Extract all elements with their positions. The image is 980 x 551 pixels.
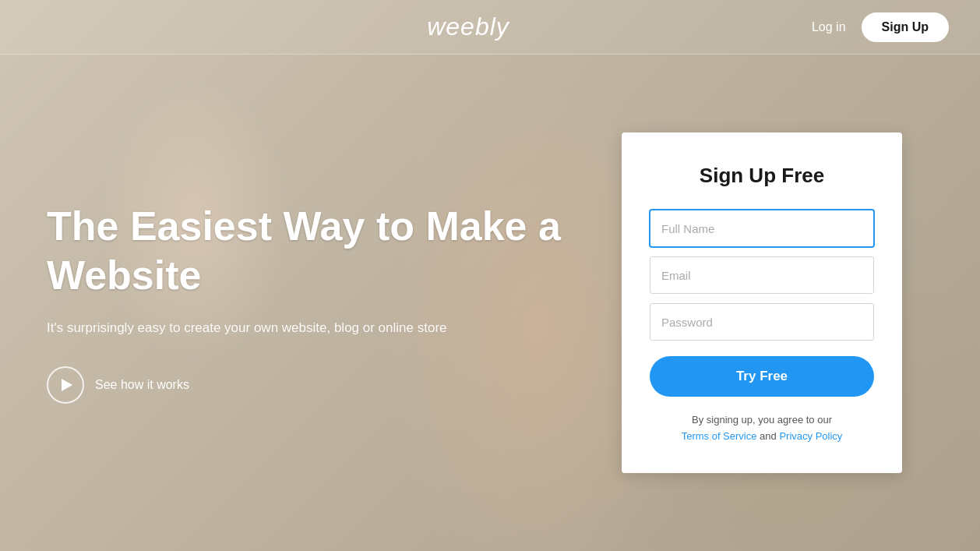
play-icon [47, 366, 84, 404]
hero-text-section: The Easiest Way to Make a Website It's s… [47, 202, 622, 403]
navbar: weebly Log in Sign Up [0, 0, 980, 55]
hero-subtitle: It's surprisingly easy to create your ow… [47, 318, 590, 338]
terms-text: By signing up, you agree to our Terms of… [650, 412, 874, 445]
login-link[interactable]: Log in [812, 20, 846, 34]
signup-panel: Sign Up Free Try Free By signing up, you… [622, 132, 902, 473]
full-name-input[interactable] [650, 210, 874, 247]
terms-of-service-link[interactable]: Terms of Service [682, 430, 757, 442]
main-content: The Easiest Way to Make a Website It's s… [0, 55, 980, 551]
email-input[interactable] [650, 256, 874, 294]
see-how-label: See how it works [95, 378, 189, 392]
navbar-right: Log in Sign Up [812, 12, 949, 42]
password-input[interactable] [650, 303, 874, 341]
signup-panel-title: Sign Up Free [650, 164, 874, 188]
weebly-logo: weebly [427, 12, 509, 41]
play-triangle-icon [62, 379, 72, 391]
privacy-policy-link[interactable]: Privacy Policy [779, 430, 842, 442]
navbar-center: weebly [427, 12, 509, 41]
try-free-button[interactable]: Try Free [650, 356, 874, 397]
terms-prefix: By signing up, you agree to our [692, 414, 832, 426]
signup-nav-button[interactable]: Sign Up [862, 12, 949, 42]
hero-title: The Easiest Way to Make a Website [47, 202, 590, 299]
terms-and: and [760, 430, 777, 442]
see-how-button[interactable]: See how it works [47, 366, 189, 404]
